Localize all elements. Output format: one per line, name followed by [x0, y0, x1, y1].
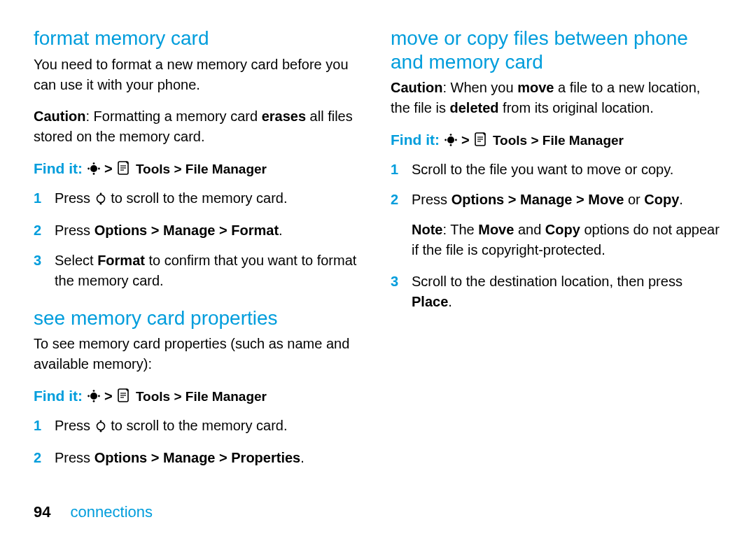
steps-list-move-copy: Scroll to the file you want to move or c… [391, 160, 722, 312]
step-bold: Options > Manage > Move [451, 192, 624, 207]
caution-d: deleted [449, 100, 498, 115]
svg-point-23 [99, 430, 102, 432]
find-it-label: Find it: [34, 388, 83, 404]
svg-point-4 [98, 167, 100, 169]
svg-point-13 [92, 390, 94, 392]
section-heading-format: format memory card [34, 27, 365, 50]
svg-point-25 [449, 134, 451, 136]
step-item: Press Options > Manage > Properties. [34, 448, 365, 468]
svg-point-9 [97, 195, 104, 202]
section-heading-move-copy: move or copy files between phone and mem… [391, 27, 722, 73]
find-it-label: Find it: [34, 160, 83, 176]
step-text-a: Press [55, 450, 94, 465]
step-text-c: . [279, 223, 283, 238]
step-text-a: Press [412, 192, 451, 207]
caution-label: Caution [34, 108, 85, 124]
step-text-b: to scroll to the memory card. [107, 190, 288, 206]
section-heading-properties: see memory card properties [34, 306, 365, 330]
step-bold: Options > Manage > Format [94, 223, 279, 238]
svg-point-1 [92, 162, 94, 164]
svg-point-11 [99, 202, 102, 204]
find-it-path: Tools > File Manager [136, 389, 267, 404]
step-item: Select Format to confirm that you want t… [34, 251, 365, 291]
svg-point-10 [99, 192, 102, 195]
svg-point-26 [449, 144, 451, 146]
step-bold: Place [412, 294, 448, 309]
step-text-c: . [300, 450, 304, 465]
caution-label: Caution [391, 80, 442, 95]
step-bold: Format [97, 253, 145, 268]
intro-text: To see memory card properties (such as n… [34, 334, 365, 374]
step-text-a: Select [55, 253, 97, 268]
note-d: Copy [545, 222, 580, 237]
manual-page: format memory card You need to format a … [0, 0, 756, 536]
svg-point-12 [90, 393, 97, 400]
step-text-a: Press [55, 190, 94, 206]
find-it-label: Find it: [391, 132, 440, 148]
svg-point-28 [455, 139, 457, 141]
gt-symbol: > [104, 161, 113, 176]
steps-list-properties: Press to scroll to the memory card. Pres… [34, 416, 365, 468]
svg-point-22 [99, 421, 102, 423]
svg-point-14 [92, 400, 94, 402]
caution-e: from its original location. [499, 100, 654, 115]
caution-b: move [517, 80, 554, 95]
find-it-path: Tools > File Manager [136, 162, 267, 176]
step-text: Scroll to the file you want to move or c… [412, 162, 673, 177]
step-bold: Options > Manage > Properties [94, 450, 301, 465]
note-label: Note [412, 222, 442, 237]
caution-text: Caution: Formatting a memory card erases… [34, 106, 365, 147]
intro-text: You need to format a new memory card bef… [34, 55, 365, 95]
svg-point-2 [92, 173, 94, 175]
document-icon [116, 160, 132, 181]
document-icon [473, 132, 489, 153]
step-text-b: to scroll to the memory card. [107, 418, 288, 433]
step-text-a: Scroll to the destination location, then… [412, 274, 682, 289]
svg-point-24 [447, 136, 454, 143]
svg-point-15 [88, 395, 90, 397]
caution-a: : When you [442, 80, 517, 95]
nav-key-icon [87, 161, 101, 181]
find-it-line: Find it: > Tools > File Manager [34, 158, 365, 181]
scroll-key-icon [94, 190, 107, 211]
svg-point-0 [90, 165, 97, 172]
find-it-path: Tools > File Manager [493, 133, 624, 148]
caution-text: Caution: When you move a file to a new l… [391, 78, 722, 118]
step-item: Press to scroll to the memory card. [34, 188, 365, 211]
note-c: and [514, 222, 545, 237]
svg-point-16 [98, 395, 100, 397]
svg-point-21 [97, 423, 104, 430]
scroll-key-icon [94, 418, 107, 438]
gt-symbol: > [104, 388, 113, 404]
caution-bold: erases [262, 108, 306, 124]
step-item: Press to scroll to the memory card. [34, 416, 365, 438]
caution-part-a: : Formatting a memory card [85, 108, 261, 124]
step-text-c: . [448, 294, 452, 309]
gt-symbol: > [461, 132, 470, 148]
step-item: Press Options > Manage > Move or Copy. N… [391, 190, 722, 260]
note-text: Note: The Move and Copy options do not a… [412, 220, 722, 260]
step-text-e: . [679, 192, 683, 207]
nav-key-icon [87, 388, 101, 409]
step-item: Scroll to the file you want to move or c… [391, 160, 722, 180]
find-it-line: Find it: > Tools > File Manager [391, 129, 722, 153]
step-bold2: Copy [644, 192, 679, 207]
step-item: Press Options > Manage > Format. [34, 220, 365, 241]
right-column: move or copy files between phone and mem… [378, 27, 735, 536]
left-column: format memory card You need to format a … [21, 27, 378, 536]
document-icon [116, 388, 132, 409]
step-text-a: Press [55, 223, 94, 238]
step-text-a: Press [55, 418, 94, 433]
step-item: Scroll to the destination location, then… [391, 271, 722, 312]
chapter-name: connections [71, 503, 153, 521]
page-footer: 94 connections [34, 501, 153, 523]
note-b: Move [478, 222, 514, 237]
note-a: : The [442, 222, 478, 237]
page-number: 94 [34, 503, 50, 521]
svg-point-27 [444, 139, 447, 141]
step-text-c: or [624, 192, 644, 207]
find-it-line: Find it: > Tools > File Manager [34, 386, 365, 409]
nav-key-icon [444, 132, 458, 153]
svg-point-3 [88, 167, 90, 169]
steps-list-format: Press to scroll to the memory card. Pres… [34, 188, 365, 291]
